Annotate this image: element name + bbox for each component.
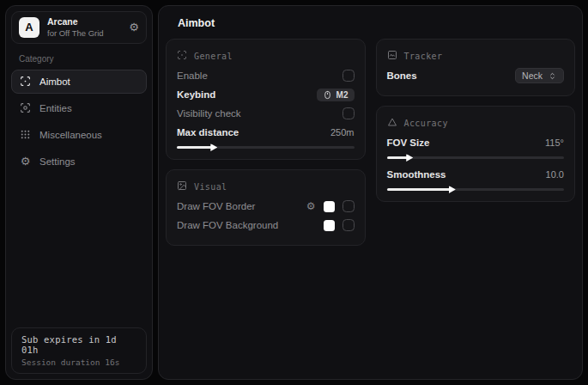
bones-row: Bones Neck [387, 66, 565, 85]
page-title: Aimbot [159, 6, 582, 39]
sidebar-item-label: Entities [39, 103, 72, 113]
sidebar-item-label: Aimbot [39, 76, 70, 87]
app-subtitle: for Off The Grid [47, 28, 104, 39]
fov-size-slider[interactable] [387, 156, 565, 159]
fov-background-checkbox[interactable] [342, 219, 355, 231]
fov-border-checkbox[interactable] [342, 200, 355, 212]
smoothness-label: Smoothness [387, 169, 446, 180]
visibility-check-row: Visibility check [177, 104, 355, 123]
card-title: Tracker [404, 52, 443, 61]
slider-thumb[interactable] [449, 186, 456, 193]
max-distance-slider[interactable] [177, 146, 355, 149]
smoothness-row: Smoothness 10.0 [387, 165, 565, 184]
sidebar-item-settings[interactable]: ⚙ Settings [11, 150, 147, 174]
sidebar-item-label: Settings [39, 156, 76, 167]
general-card: General Enable Keybind M2 [166, 39, 366, 160]
visibility-checkbox[interactable] [342, 107, 355, 119]
sidebar-item-miscellaneous[interactable]: Miscellaneous [11, 123, 147, 147]
sub-expiry-text: Sub expires in 1d 01h [21, 334, 136, 355]
smoothness-value: 10.0 [546, 169, 564, 180]
max-distance-label: Max distance [177, 127, 239, 138]
sidebar-item-entities[interactable]: Entities [11, 96, 147, 120]
sidebar-item-aimbot[interactable]: Aimbot [11, 70, 147, 94]
fov-size-label: FOV Size [387, 138, 430, 148]
smoothness-slider[interactable] [387, 188, 565, 191]
enable-row: Enable [177, 66, 355, 85]
fov-background-label: Draw FOV Background [177, 220, 278, 230]
keybind-row: Keybind M2 [177, 85, 355, 104]
category-label: Category [19, 54, 152, 64]
chevrons-up-down-icon [548, 71, 557, 81]
sidebar: A Arcane for Off The Grid ⚙ Category Aim… [5, 5, 153, 380]
app-logo: A [19, 17, 39, 38]
fov-background-row: Draw FOV Background [177, 216, 355, 235]
fov-border-label: Draw FOV Border [177, 201, 255, 211]
fov-border-color-swatch[interactable] [324, 201, 335, 212]
card-title: Visual [194, 182, 227, 192]
gear-icon: ⚙ [20, 156, 31, 167]
bones-label: Bones [387, 70, 417, 81]
keybind-label: Keybind [177, 89, 215, 100]
activity-icon [387, 50, 397, 62]
max-distance-value: 250m [330, 127, 355, 138]
fov-border-gear-icon[interactable]: ⚙ [306, 201, 316, 211]
image-icon [177, 180, 187, 192]
fov-size-value: 115° [545, 138, 564, 148]
max-distance-row: Max distance 250m [177, 123, 355, 142]
card-title: General [194, 52, 233, 61]
dots-grid-icon [20, 129, 31, 140]
enable-checkbox[interactable] [342, 70, 355, 82]
triangle-icon [387, 117, 397, 129]
bones-select[interactable]: Neck [515, 68, 564, 83]
card-title: Accuracy [404, 119, 448, 128]
settings-gear-icon[interactable]: ⚙ [129, 21, 139, 33]
visual-card: Visual Draw FOV Border ⚙ Draw FOV Backgr… [166, 169, 366, 246]
main-panel: Aimbot General Enable [158, 5, 583, 380]
sidebar-nav: Aimbot Entities [6, 70, 152, 174]
crosshair-icon [20, 76, 31, 87]
slider-thumb[interactable] [406, 154, 413, 162]
enable-label: Enable [177, 70, 208, 81]
scan-eye-icon [20, 102, 31, 113]
accuracy-card: Accuracy FOV Size 115° Smoothness [376, 106, 576, 202]
fov-size-row: FOV Size 115° [387, 133, 565, 152]
session-duration-text: Session duration 16s [21, 358, 136, 367]
app-name: Arcane [47, 16, 104, 28]
subscription-info: Sub expires in 1d 01h Session duration 1… [11, 327, 147, 374]
fov-border-row: Draw FOV Border ⚙ [177, 197, 355, 216]
tracker-card: Tracker Bones Neck [376, 39, 576, 96]
keybind-button[interactable]: M2 [317, 89, 355, 101]
mouse-icon [323, 90, 332, 100]
app-header: A Arcane for Off The Grid ⚙ [11, 11, 147, 44]
slider-thumb[interactable] [210, 144, 217, 151]
app-window: A Arcane for Off The Grid ⚙ Category Aim… [0, 0, 588, 385]
crosshair-icon [177, 50, 187, 62]
fov-background-color-swatch[interactable] [324, 220, 335, 231]
sidebar-item-label: Miscellaneous [39, 130, 102, 140]
visibility-check-label: Visibility check [177, 108, 241, 119]
